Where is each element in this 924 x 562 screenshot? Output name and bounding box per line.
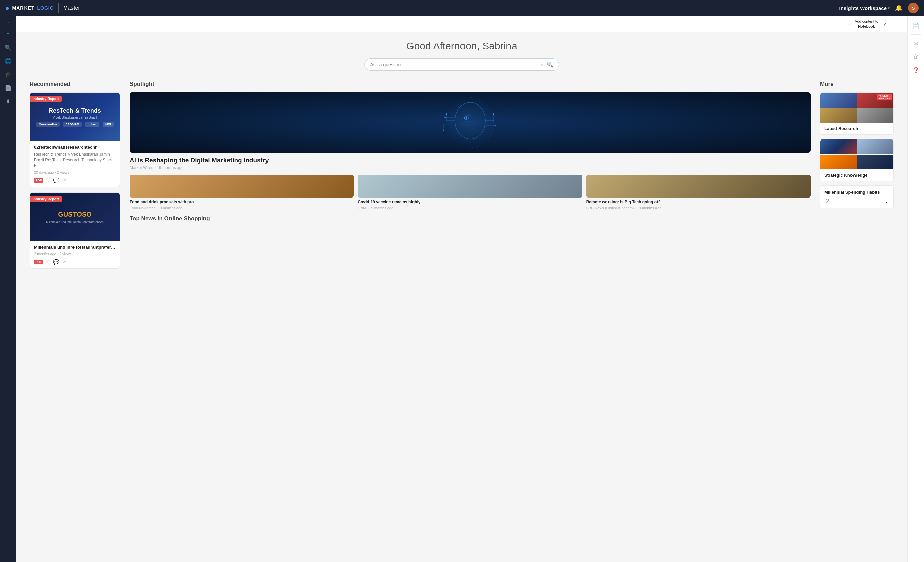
sub-articles-grid: Food and drink products with pro- Food N… xyxy=(129,175,810,210)
top-news-title: Top News in Online Shopping xyxy=(129,215,810,222)
search-input[interactable] xyxy=(370,62,537,67)
industry-badge-1: Industry Report xyxy=(30,96,62,102)
food-age: 9 months ago xyxy=(160,206,183,210)
more-card-millennial[interactable]: Millennial Spending Habits ♡ ⋮ xyxy=(820,185,894,208)
sidebar-item-globe[interactable]: 🌐 xyxy=(2,55,14,67)
share-icon-2[interactable]: ↗ xyxy=(62,259,66,265)
comment-icon-2[interactable]: 💬 xyxy=(53,259,59,265)
card-meta-restech: 20 days ago · 2 views xyxy=(34,170,116,174)
top-navigation: ● MARKETLOGIC Master Insights Workspace … xyxy=(0,0,924,16)
sub-article-remote[interactable]: Remote working: Is Big Tech going off BB… xyxy=(586,175,810,210)
logo-esomar: ESOMAR xyxy=(63,122,82,127)
share-icon-1[interactable]: ↗ xyxy=(62,177,66,184)
recommended-card-gustoso[interactable]: Industry Report GUSTOSO Millennials und … xyxy=(30,193,120,269)
remote-meta: BBC News (United Kingdom) · 9 months ago xyxy=(586,206,810,210)
filter-icon[interactable]: ≡ xyxy=(848,21,851,27)
millennial-more-icon[interactable]: ⋮ xyxy=(884,197,890,204)
app-logo[interactable]: ● MARKETLOGIC xyxy=(5,4,54,12)
food-title: Food and drink products with pro- xyxy=(129,200,354,205)
card-image-gustoso: Industry Report GUSTOSO Millennials und … xyxy=(30,193,120,241)
card-actions-gustoso: PDF ♡ 💬 ↗ ⋮ xyxy=(34,259,116,265)
right-sidebar-icon-doc[interactable]: 📄 xyxy=(910,19,922,31)
sidebar-item-home[interactable]: ⌂ xyxy=(2,28,14,40)
report-title-1: ResTech & Trends xyxy=(49,107,101,114)
recommended-title: Recommended xyxy=(30,81,120,88)
logo-mri: MRI xyxy=(103,122,114,127)
millennial-title: Millennial Spending Habits xyxy=(824,190,890,195)
more-title: More xyxy=(820,81,894,88)
main-content: Good Afternoon, Sabrina ✕ 🔍 Recommended xyxy=(16,32,907,562)
card-body-gustoso: Millennials und ihre Restaurantpräferenz… xyxy=(30,241,120,268)
main-layout: › ⌂ 🔍 🌐 🎓 📄 ⬆ ≡ Add content to Notebook … xyxy=(0,16,924,562)
spotlight-age: 9 months ago xyxy=(159,165,184,170)
sidebar-item-docs[interactable]: 📄 xyxy=(2,82,14,94)
spotlight-article-title[interactable]: AI is Reshaping the Digital Marketing In… xyxy=(129,157,810,164)
sidebar-item-learn[interactable]: 🎓 xyxy=(2,69,14,81)
right-sidebar-icon-trash[interactable]: 🗑 xyxy=(910,51,922,63)
notebook-label: Notebook xyxy=(858,24,875,29)
notebook-expand-icon[interactable]: ⤢ xyxy=(883,21,887,27)
svg-text:00101: 00101 xyxy=(464,120,470,123)
millennial-like-icon[interactable]: ♡ xyxy=(824,197,829,204)
logo-questionpro: QuestionPro xyxy=(36,122,59,127)
right-sidebar-icon-help[interactable]: ❓ xyxy=(910,64,922,76)
sidebar-item-search[interactable]: 🔍 xyxy=(2,42,14,54)
svg-point-12 xyxy=(493,114,494,115)
lr-img-3 xyxy=(820,108,857,123)
logo-market: MARKET xyxy=(12,5,34,11)
sidebar-collapse-button[interactable]: › xyxy=(8,20,9,25)
svg-point-21 xyxy=(465,117,467,119)
restech-image-bg: Industry Report ResTech & Trends Vivek B… xyxy=(30,93,120,141)
search-submit-icon[interactable]: 🔍 xyxy=(547,61,554,68)
recommended-card-restech[interactable]: Industry Report ResTech & Trends Vivek B… xyxy=(30,92,120,187)
logo-hubux: hubux xyxy=(85,122,99,127)
user-avatar[interactable]: S xyxy=(908,3,919,13)
card-title-restech: 02restechwhatisresearchtechr xyxy=(34,145,116,149)
more-menu-icon-2[interactable]: ⋮ xyxy=(110,259,116,265)
pdf-badge-2: PDF xyxy=(34,260,43,264)
more-card-latest-research[interactable]: 📢 NEWPRODUCT Latest Research xyxy=(820,92,894,135)
workspace-selector[interactable]: Insights Workspace ▾ xyxy=(839,5,890,11)
covid-meta: CNN · 9 months ago xyxy=(358,206,582,210)
report-logos-1: QuestionPro ESOMAR hubux MRI xyxy=(36,122,114,127)
search-wrapper: ✕ 🔍 xyxy=(30,58,894,71)
content-area: ≡ Add content to Notebook ⤢ Good Afterno… xyxy=(16,16,907,562)
strategic-knowledge-body: Strategic Knowledge xyxy=(820,169,894,181)
more-card-strategic-knowledge[interactable]: Strategic Knowledge xyxy=(820,139,894,181)
card-image-restech: Industry Report ResTech & Trends Vivek B… xyxy=(30,93,120,141)
notification-bell[interactable]: 🔔 xyxy=(895,4,903,12)
like-icon-1[interactable]: ♡ xyxy=(46,177,50,184)
spotlight-image-inner: 10110 01001 11010 00101 10011 xyxy=(129,92,810,152)
card-body-restech: 02restechwhatisresearchtechr ResTech & T… xyxy=(30,141,120,187)
food-source: Food Navigator xyxy=(129,206,155,210)
sub-article-covid[interactable]: Covid-19 vaccine remains highly CNN · 9 … xyxy=(358,175,582,210)
remote-image xyxy=(586,175,810,197)
spotlight-main-image[interactable]: 10110 01001 11010 00101 10011 xyxy=(129,92,810,152)
card-desc-restech: ResTech & Trends Vivek Bhaskaran Jamin B… xyxy=(34,152,116,168)
gustoso-logo: GUSTOSO xyxy=(58,211,92,218)
main-grid: Recommended Industry Report ResTech & Tr… xyxy=(30,81,894,274)
svg-point-6 xyxy=(444,117,446,118)
notebook-add-button[interactable]: Add content to Notebook xyxy=(855,19,878,29)
search-clear-icon[interactable]: ✕ xyxy=(540,62,544,67)
svg-text:01001: 01001 xyxy=(465,114,471,116)
industry-badge-2: Industry Report xyxy=(30,196,62,202)
comment-icon-1[interactable]: 💬 xyxy=(53,177,59,184)
sub-article-food[interactable]: Food and drink products with pro- Food N… xyxy=(129,175,354,210)
svg-point-0 xyxy=(445,97,495,148)
spotlight-source: Market Wired xyxy=(129,165,153,170)
svg-point-14 xyxy=(495,125,496,126)
remote-title: Remote working: Is Big Tech going off xyxy=(586,200,810,205)
svg-point-9 xyxy=(443,130,444,132)
covid-age: 9 months ago xyxy=(371,206,393,210)
left-sidebar: › ⌂ 🔍 🌐 🎓 📄 ⬆ xyxy=(0,16,16,562)
like-icon-2[interactable]: ♡ xyxy=(46,259,50,265)
gustoso-subtitle: Millennials und ihre Restaurantpräferenz… xyxy=(46,220,104,224)
sidebar-item-upload[interactable]: ⬆ xyxy=(2,95,14,107)
topnav-right: Insights Workspace ▾ 🔔 S xyxy=(839,3,919,13)
more-menu-icon-1[interactable]: ⋮ xyxy=(110,177,116,184)
svg-text:10011: 10011 xyxy=(462,124,468,126)
right-sidebar-icon-mail[interactable]: ✉ xyxy=(910,37,922,49)
remote-age: 9 months ago xyxy=(639,206,662,210)
logo-icon: ● xyxy=(5,4,10,12)
